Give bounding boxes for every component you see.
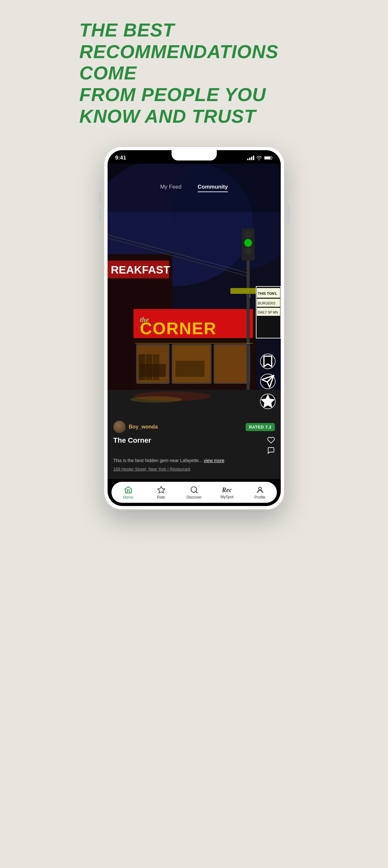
tab-community[interactable]: Community [198,182,228,192]
svg-rect-1 [265,157,270,159]
svg-text:DAILY SP MN: DAILY SP MN [258,311,278,314]
like-button[interactable] [267,436,275,444]
nav-rate-label: Rate [157,495,165,500]
svg-text:THIS TON'L: THIS TON'L [258,291,277,296]
svg-point-23 [244,239,252,247]
svg-rect-41 [133,309,253,338]
post-description: This is the best hidden gem near Lafayet… [113,458,275,464]
profile-icon [256,486,264,494]
share-button[interactable] [260,374,275,389]
top-tabs: My Feed Community [108,179,281,196]
phone-left-buttons [99,191,101,222]
discover-icon [190,486,198,494]
svg-rect-44 [146,354,152,380]
place-row: The Corner [113,436,275,454]
svg-rect-43 [139,354,145,380]
home-icon [124,486,132,494]
rating-value: 7.2 [265,425,272,430]
avatar [113,421,126,433]
headline-text: THE BEST RECOMMENDATIONS COME FROM PEOPL… [80,20,309,127]
nav-profile-label: Profile [254,495,265,500]
svg-point-48 [259,487,261,490]
hero-image: My Feed Community REAKFAST [108,164,281,415]
rated-label: RATED [249,425,264,430]
restaurant-scene: REAKFAST the CORNER [108,164,281,415]
tab-my-feed[interactable]: My Feed [160,182,182,192]
action-buttons [260,353,275,409]
phone-screen: 9:41 [108,150,281,506]
side-icons [267,436,275,454]
rate-icon [157,486,166,494]
view-more-link[interactable]: view more [204,458,225,463]
volume-up-button [99,191,101,205]
myspot-icon: Rec [222,486,232,494]
status-icons [247,156,273,160]
nav-home-label: Home [123,495,133,500]
phone-notch [172,150,217,160]
info-section: Boy_wonda RATED 7.2 The Corner [108,415,281,479]
nav-rate[interactable]: Rate [151,486,172,500]
headline-section: THE BEST RECOMMENDATIONS COME FROM PEOPL… [73,20,315,127]
nav-profile[interactable]: Profile [250,486,270,500]
username[interactable]: Boy_wonda [129,424,158,430]
place-name: The Corner [113,436,151,445]
svg-rect-28 [250,291,250,298]
power-button [287,205,289,224]
nav-discover[interactable]: Discover [184,486,205,500]
comment-button[interactable] [267,446,275,454]
svg-point-38 [130,396,182,403]
svg-rect-19 [175,361,205,377]
nav-discover-label: Discover [186,495,202,500]
signal-icon [247,156,254,160]
svg-text:REAKFAST: REAKFAST [111,264,170,276]
bookmark-button[interactable] [260,353,275,369]
user-info: Boy_wonda [113,421,158,433]
nav-home[interactable]: Home [118,486,139,500]
post-address[interactable]: 189 Hester Street, New York | Restaurant [113,467,275,471]
svg-point-24 [244,247,252,255]
user-row: Boy_wonda RATED 7.2 [113,421,275,433]
bottom-nav: Home Rate Discover Rec MySpot [112,482,277,503]
nav-myspot-label: MySpot [220,495,234,499]
wifi-icon [256,156,262,160]
svg-rect-45 [153,354,159,380]
phone-frame: 9:41 [104,146,285,510]
rated-badge: RATED 7.2 [245,423,275,431]
status-time: 9:41 [115,155,126,161]
battery-icon [264,156,273,160]
nav-myspot[interactable]: Rec MySpot [217,486,237,499]
avatar-image [113,421,126,433]
svg-point-22 [244,231,252,239]
rate-action-button[interactable] [260,394,275,409]
volume-down-button [99,209,101,222]
svg-text:BURGERS: BURGERS [258,301,275,305]
svg-rect-17 [215,345,249,383]
